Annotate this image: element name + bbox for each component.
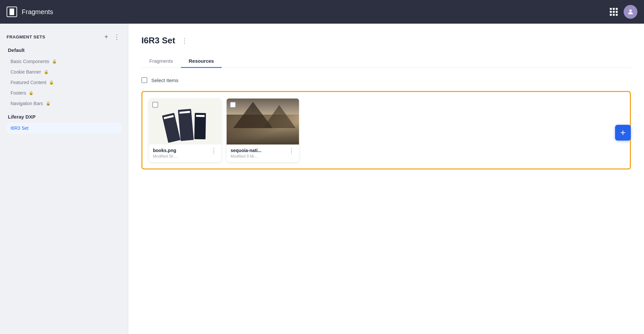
resource-card-books[interactable]: books.png Modified 56 ... ⋮ [149, 99, 221, 162]
resource-card-sequoia[interactable]: sequoia-nati... Modified 9 Mi... ⋮ [227, 99, 299, 162]
books-illustration [162, 107, 208, 142]
top-navigation: Fragments [0, 0, 644, 24]
book-2 [178, 109, 194, 141]
nav-logo-icon [7, 7, 17, 17]
book-1 [162, 113, 181, 143]
book-3 [194, 113, 206, 139]
sidebar-item-footers[interactable]: Footers 🔒 [7, 88, 121, 98]
app-layout: FRAGMENT SETS + ⋮ Default Basic Componen… [0, 24, 644, 334]
sidebar-item-label: Featured Content [11, 80, 46, 85]
resource-card-footer-sequoia: sequoia-nati... Modified 9 Mi... ⋮ [227, 145, 299, 162]
sidebar-group-label-default: Default [7, 47, 121, 53]
add-fragment-set-button[interactable]: + [103, 33, 110, 41]
resource-card-image-sequoia [227, 99, 299, 145]
lock-icon: 🔒 [46, 101, 51, 106]
sidebar-title: FRAGMENT SETS [7, 34, 45, 39]
sidebar-item-basic-components[interactable]: Basic Components 🔒 [7, 56, 121, 67]
books-thumbnail [149, 99, 221, 145]
page-menu-button[interactable]: ⋮ [179, 36, 190, 45]
select-all-checkbox[interactable] [141, 77, 147, 83]
sidebar-item-i6r3-set[interactable]: I6R3 Set [7, 123, 121, 133]
apps-grid-icon[interactable] [610, 8, 618, 16]
sidebar-header: FRAGMENT SETS + ⋮ [7, 33, 121, 41]
content-area-wrapper: books.png Modified 56 ... ⋮ [141, 91, 631, 169]
page-title: I6R3 Set [141, 35, 175, 46]
sidebar-group-label-liferay-dxp: Liferay DXP [7, 114, 121, 120]
lock-icon: 🔒 [29, 91, 34, 95]
resource-card-menu-sequoia[interactable]: ⋮ [288, 148, 295, 154]
sidebar-item-label: Footers [11, 90, 26, 96]
user-avatar[interactable] [624, 5, 637, 19]
resource-card-name-books: books.png [153, 148, 210, 153]
lock-icon: 🔒 [52, 59, 57, 64]
nav-right [610, 5, 637, 19]
select-items-label: Select Items [151, 78, 179, 83]
sidebar-item-label: I6R3 Set [11, 125, 28, 131]
nav-left: Fragments [7, 7, 53, 17]
resource-card-info-sequoia: sequoia-nati... Modified 9 Mi... [231, 148, 288, 159]
svg-point-0 [629, 10, 632, 12]
tabs: Fragments Resources [141, 55, 631, 68]
sidebar-group-liferay-dxp: Liferay DXP I6R3 Set [7, 114, 121, 133]
resource-card-menu-books[interactable]: ⋮ [210, 148, 217, 154]
resource-card-meta-sequoia: Modified 9 Mi... [231, 154, 288, 159]
nav-title: Fragments [22, 8, 53, 16]
resource-card-footer-books: books.png Modified 56 ... ⋮ [149, 145, 221, 162]
fragment-sets-menu-button[interactable]: ⋮ [112, 33, 121, 41]
page-header: I6R3 Set ⋮ [141, 35, 631, 46]
select-items-row: Select Items [141, 77, 631, 83]
lock-icon: 🔒 [49, 80, 54, 85]
add-resource-button[interactable]: + [615, 125, 631, 141]
sidebar-item-label: Basic Components [11, 59, 49, 64]
mountain-thumbnail [227, 99, 299, 145]
sidebar-item-label: Cookie Banner [11, 69, 41, 75]
sidebar-item-label: Navigation Bars [11, 101, 43, 106]
resource-card-image-books [149, 99, 221, 145]
logo-inner [10, 9, 14, 15]
sidebar-item-navigation-bars[interactable]: Navigation Bars 🔒 [7, 98, 121, 109]
sidebar-group-default: Default Basic Components 🔒 Cookie Banner… [7, 47, 121, 109]
tab-fragments[interactable]: Fragments [141, 55, 181, 68]
resource-card-checkbox-books[interactable] [152, 102, 158, 108]
resource-card-meta-books: Modified 56 ... [153, 154, 210, 159]
sidebar-actions: + ⋮ [103, 33, 121, 41]
resource-card-info-books: books.png Modified 56 ... [153, 148, 210, 159]
resources-grid: books.png Modified 56 ... ⋮ [149, 99, 623, 162]
mountain-peak-right [263, 105, 296, 128]
sidebar: FRAGMENT SETS + ⋮ Default Basic Componen… [0, 24, 128, 334]
resource-card-checkbox-sequoia[interactable] [230, 102, 236, 108]
lock-icon: 🔒 [44, 70, 49, 74]
sidebar-item-cookie-banner[interactable]: Cookie Banner 🔒 [7, 67, 121, 77]
resources-content-area: books.png Modified 56 ... ⋮ [141, 91, 631, 169]
main-content: I6R3 Set ⋮ Fragments Resources Select It… [128, 24, 644, 334]
tab-resources[interactable]: Resources [181, 55, 222, 68]
resource-card-name-sequoia: sequoia-nati... [231, 148, 288, 153]
sidebar-item-featured-content[interactable]: Featured Content 🔒 [7, 77, 121, 88]
